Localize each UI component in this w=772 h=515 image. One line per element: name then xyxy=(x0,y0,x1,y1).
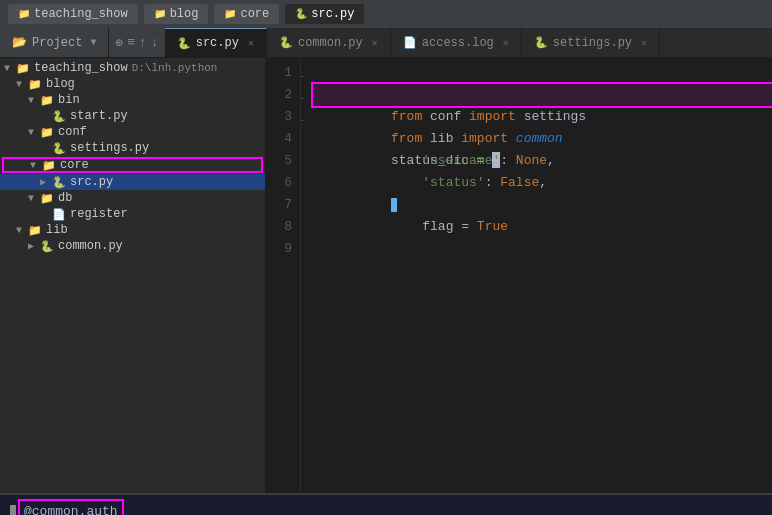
tab-common-py[interactable]: 🐍 common.py ✕ xyxy=(267,28,391,57)
title-tab-blog[interactable]: 📁 blog xyxy=(144,4,209,24)
tree-item-teaching-show[interactable]: ▼ 📁 teaching_show D:\lnh.python xyxy=(0,60,265,76)
toolbar-icon-1[interactable]: ⊕ xyxy=(115,35,123,51)
tree-item-src-py[interactable]: ▶ 🐍 src.py xyxy=(0,174,265,190)
title-bar: 📁 teaching_show 📁 blog 📁 core 🐍 src.py xyxy=(0,0,772,28)
tree-item-start-py[interactable]: 🐍 start.py xyxy=(0,108,265,124)
code-line-9 xyxy=(313,238,772,260)
folder-icon: 📁 xyxy=(40,126,54,139)
python-file-icon: 🐍 xyxy=(40,240,54,253)
tab-access-log[interactable]: 📄 access.log ✕ xyxy=(391,28,522,57)
expand-arrow: ▶ xyxy=(40,176,50,188)
toolbar-icon-4[interactable]: ↓ xyxy=(151,35,159,50)
tree-item-db[interactable]: ▼ 📁 db xyxy=(0,190,265,206)
python-file-icon: 🐍 xyxy=(177,37,191,50)
python-file-icon: 🐍 xyxy=(52,142,66,155)
folder-icon: 📁 xyxy=(40,192,54,205)
title-tab-src-py[interactable]: 🐍 src.py xyxy=(285,4,364,24)
expand-arrow: ▶ xyxy=(28,240,38,252)
python-file-icon: 🐍 xyxy=(52,110,66,123)
folder-icon: 📁 xyxy=(154,8,166,20)
main-layout: ▼ 📁 teaching_show D:\lnh.python ▼ 📁 blog… xyxy=(0,58,772,493)
tab-project[interactable]: 📂 Project ▼ xyxy=(0,28,109,57)
toolbar-icon-2[interactable]: ≡ xyxy=(127,35,135,50)
collapse-arrow: ▼ xyxy=(28,95,38,106)
title-tab-teaching-show[interactable]: 📁 teaching_show xyxy=(8,4,138,24)
tree-item-settings-py[interactable]: 🐍 settings.py xyxy=(0,140,265,156)
collapse-arrow: ▼ xyxy=(28,193,38,204)
code-line-6 xyxy=(313,172,772,194)
collapse-arrow: ▼ xyxy=(16,79,26,90)
project-dropdown-icon: ▼ xyxy=(90,37,96,48)
collapse-arrow: ▼ xyxy=(30,160,40,171)
code-lines[interactable]: ─ from conf import settings ─ from lib i… xyxy=(301,58,772,493)
code-line-7: flag = True xyxy=(313,194,772,216)
code-line-2: ─ from lib import common xyxy=(313,84,772,106)
tree-item-core[interactable]: ▼ 📁 core xyxy=(2,157,263,173)
folder-icon: 📁 xyxy=(28,224,42,237)
project-sidebar: ▼ 📁 teaching_show D:\lnh.python ▼ 📁 blog… xyxy=(0,58,265,493)
fold-marker-1: ─ xyxy=(301,66,304,88)
fold-marker-2: ─ xyxy=(301,88,304,110)
file-icon: 📄 xyxy=(52,208,66,221)
tree-item-lib[interactable]: ▼ 📁 lib xyxy=(0,222,265,238)
file-tree: ▼ 📁 teaching_show D:\lnh.python ▼ 📁 blog… xyxy=(0,58,265,256)
tree-item-register[interactable]: 📄 register xyxy=(0,206,265,222)
title-tab-core[interactable]: 📁 core xyxy=(214,4,279,24)
close-tab-icon[interactable]: ✕ xyxy=(641,37,647,49)
toolbar-icon-3[interactable]: ↑ xyxy=(139,35,147,50)
collapse-arrow: ▼ xyxy=(16,225,26,236)
log-file-icon: 📄 xyxy=(403,36,417,49)
folder-icon: 📁 xyxy=(28,78,42,91)
tab-settings-py[interactable]: 🐍 settings.py ✕ xyxy=(522,28,660,57)
collapse-arrow: ▼ xyxy=(4,63,14,74)
folder-icon: 📁 xyxy=(224,8,236,20)
fold-indicator xyxy=(10,505,16,515)
fold-marker-3: ─ xyxy=(301,110,304,132)
close-tab-icon[interactable]: ✕ xyxy=(248,37,254,49)
code-line-4: 'username': None, xyxy=(313,128,772,150)
python-file-icon: 🐍 xyxy=(534,36,548,49)
collapse-arrow: ▼ xyxy=(28,127,38,138)
code-editor[interactable]: 1 2 3 4 5 6 7 8 9 ─ from conf import set… xyxy=(265,58,772,493)
python-file-icon: 🐍 xyxy=(279,36,293,49)
terminal-area: @common.auth def article(): print(f'\033… xyxy=(0,493,772,515)
tree-item-conf[interactable]: ▼ 📁 conf xyxy=(0,124,265,140)
code-line-8 xyxy=(313,216,772,238)
close-tab-icon[interactable]: ✕ xyxy=(503,37,509,49)
decorator-highlight: @common.auth xyxy=(20,501,122,515)
code-line-3: ─ status_dic = xyxy=(313,106,772,128)
folder-icon: 📁 xyxy=(42,159,56,172)
code-line-5: 'status': False, xyxy=(313,150,772,172)
python-file-icon: 🐍 xyxy=(52,176,66,189)
folder-icon: 📁 xyxy=(40,94,54,107)
terminal-content: @common.auth def article(): print(f'\033… xyxy=(0,495,772,515)
code-line-1: ─ from conf import settings xyxy=(313,62,772,84)
folder-icon: 📁 xyxy=(16,62,30,75)
tree-item-common-py[interactable]: ▶ 🐍 common.py xyxy=(0,238,265,254)
close-tab-icon[interactable]: ✕ xyxy=(372,37,378,49)
line-numbers: 1 2 3 4 5 6 7 8 9 xyxy=(265,58,301,493)
tree-item-bin[interactable]: ▼ 📁 bin xyxy=(0,92,265,108)
folder-icon: 📁 xyxy=(18,8,30,20)
project-icon: 📂 xyxy=(12,35,27,50)
editor-tab-bar: 📂 Project ▼ ⊕ ≡ ↑ ↓ 🐍 src.py ✕ 🐍 common.… xyxy=(0,28,772,58)
tab-src-py[interactable]: 🐍 src.py ✕ xyxy=(165,28,267,57)
python-icon: 🐍 xyxy=(295,8,307,20)
tree-item-blog[interactable]: ▼ 📁 blog xyxy=(0,76,265,92)
